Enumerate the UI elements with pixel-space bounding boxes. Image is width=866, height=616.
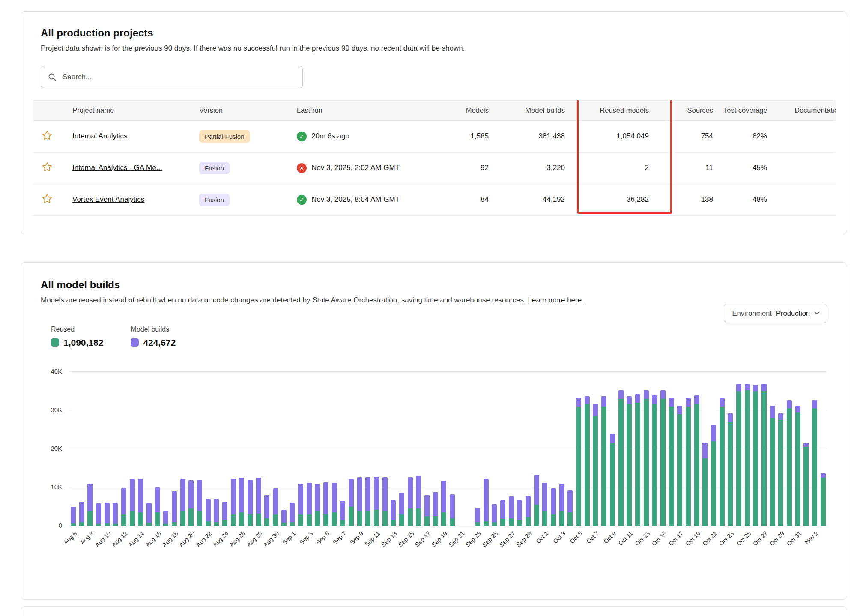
bar[interactable]: Oct 15 (659, 372, 667, 526)
bar[interactable]: Aug 14 (136, 372, 145, 526)
bar[interactable]: Oct 31 (794, 372, 802, 526)
bar[interactable] (516, 372, 524, 526)
bar[interactable]: Oct 9 (608, 372, 617, 526)
bar[interactable] (532, 372, 541, 526)
bar[interactable]: Aug 10 (103, 372, 111, 526)
table-row[interactable]: Internal Analytics Partial-Fusion ✓ 20m … (33, 120, 836, 152)
bar[interactable]: Sep 25 (490, 372, 499, 526)
bar[interactable]: Sep 17 (423, 372, 431, 526)
bar[interactable]: Sep 3 (305, 372, 314, 526)
bar[interactable]: Aug 18 (170, 372, 179, 526)
bar[interactable] (600, 372, 608, 526)
bar[interactable] (751, 372, 760, 526)
bar[interactable]: Oct 19 (693, 372, 701, 526)
bar[interactable]: Sep 27 (507, 372, 516, 526)
bar[interactable] (229, 372, 238, 526)
bar[interactable]: Sep 11 (372, 372, 381, 526)
bar[interactable]: Aug 20 (187, 372, 195, 526)
bar[interactable]: Oct 1 (541, 372, 549, 526)
table-row[interactable]: Internal Analytics - GA Me... Fusion ✕ N… (33, 152, 836, 184)
col-last-run[interactable]: Last run (292, 100, 433, 120)
bar[interactable]: Oct 25 (743, 372, 752, 526)
bar[interactable] (684, 372, 693, 526)
bar[interactable] (280, 372, 288, 526)
bar[interactable] (819, 372, 827, 526)
bar[interactable]: Oct 7 (591, 372, 600, 526)
bar[interactable]: Oct 21 (709, 372, 718, 526)
bar[interactable]: Aug 22 (204, 372, 212, 526)
bar[interactable]: Aug 28 (254, 372, 263, 526)
bar[interactable] (381, 372, 389, 526)
col-test-coverage[interactable]: Test coverage (718, 100, 789, 120)
bar[interactable] (347, 372, 355, 526)
bar[interactable] (128, 372, 137, 526)
bar[interactable] (735, 372, 743, 526)
col-documentation[interactable]: Documentation (789, 100, 836, 120)
bar[interactable]: Sep 5 (322, 372, 330, 526)
bar[interactable] (161, 372, 170, 526)
learn-more-link[interactable]: Learn more here. (528, 296, 583, 304)
bar[interactable] (465, 372, 474, 526)
bar[interactable]: Oct 17 (675, 372, 684, 526)
bar[interactable]: Oct 11 (625, 372, 633, 526)
favorite-star-icon[interactable] (42, 161, 53, 173)
bar[interactable] (296, 372, 305, 526)
bar[interactable] (145, 372, 153, 526)
col-models[interactable]: Models (433, 100, 494, 120)
project-name-link[interactable]: Internal Analytics - GA Me... (72, 164, 189, 172)
bar[interactable]: Oct 29 (776, 372, 785, 526)
col-version[interactable]: Version (194, 100, 292, 120)
bar[interactable]: Oct 27 (760, 372, 768, 526)
bar[interactable] (802, 372, 810, 526)
bar[interactable] (785, 372, 794, 526)
bar[interactable] (583, 372, 591, 526)
table-row[interactable]: Vortex Event Analytics Fusion ✓ Nov 3, 2… (33, 184, 836, 215)
bar[interactable] (667, 372, 676, 526)
bar[interactable] (549, 372, 558, 526)
favorite-star-icon[interactable] (42, 130, 53, 141)
bar[interactable] (313, 372, 322, 526)
bar[interactable] (633, 372, 642, 526)
bar[interactable]: Oct 13 (642, 372, 651, 526)
bar[interactable] (195, 372, 204, 526)
bar[interactable] (330, 372, 339, 526)
bar[interactable] (431, 372, 440, 526)
bar[interactable]: Sep 15 (406, 372, 415, 526)
bar[interactable]: Sep 13 (389, 372, 398, 526)
bar[interactable]: Sep 21 (457, 372, 465, 526)
bar[interactable] (246, 372, 254, 526)
bar[interactable] (482, 372, 490, 526)
bar[interactable] (94, 372, 103, 526)
bar[interactable] (768, 372, 777, 526)
bar[interactable] (415, 372, 423, 526)
environment-select[interactable]: Environment Production (724, 304, 827, 323)
bar[interactable]: Oct 3 (558, 372, 566, 526)
bar[interactable] (397, 372, 406, 526)
search-input[interactable] (41, 66, 303, 88)
bar[interactable] (111, 372, 119, 526)
bar[interactable]: Oct 23 (726, 372, 735, 526)
bar[interactable]: Aug 12 (119, 372, 128, 526)
bar[interactable]: Aug 8 (86, 372, 94, 526)
bar[interactable]: Aug 6 (69, 372, 78, 526)
col-model-builds[interactable]: Model builds (494, 100, 570, 120)
bar[interactable] (718, 372, 726, 526)
bar[interactable]: Sep 9 (355, 372, 364, 526)
bar[interactable]: Nov 2 (810, 372, 819, 526)
bar[interactable] (212, 372, 221, 526)
col-project-name[interactable]: Project name (67, 100, 194, 120)
bar[interactable]: Sep 23 (473, 372, 482, 526)
bar[interactable] (263, 372, 271, 526)
bar[interactable] (566, 372, 575, 526)
bar[interactable] (179, 372, 187, 526)
col-sources[interactable]: Sources (654, 100, 718, 120)
bar[interactable] (78, 372, 86, 526)
bar[interactable]: Aug 16 (153, 372, 162, 526)
bar[interactable]: Aug 30 (271, 372, 280, 526)
bar[interactable] (701, 372, 709, 526)
bar[interactable]: Oct 5 (574, 372, 583, 526)
bar[interactable] (499, 372, 507, 526)
bar[interactable]: Aug 24 (221, 372, 229, 526)
bar[interactable]: Sep 1 (288, 372, 296, 526)
bar[interactable] (617, 372, 625, 526)
